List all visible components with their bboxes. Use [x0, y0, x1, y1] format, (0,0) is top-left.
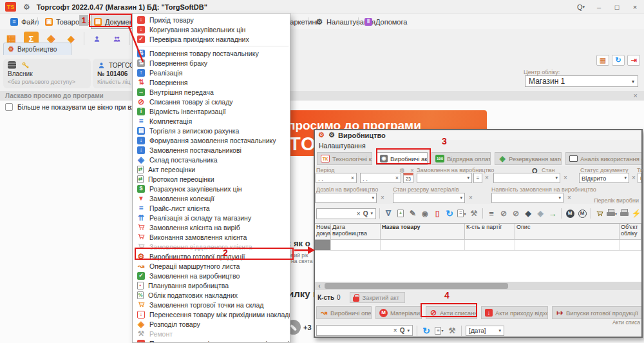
clear-icon[interactable]: × — [381, 194, 384, 201]
clear-icon[interactable]: × — [357, 210, 361, 217]
menu-item[interactable]: ↓Прихід товару — [133, 15, 290, 24]
edge-combo-fragment[interactable]: Н — [638, 173, 641, 183]
menu-item[interactable]: ▼Замовлення колекції — [133, 193, 290, 203]
clear-icon[interactable]: × — [395, 175, 399, 181]
clear-icon[interactable]: × — [485, 174, 489, 181]
menu-item[interactable]: ↓Перенесення товару між прихідними накла… — [133, 309, 290, 319]
refresh-button[interactable]: ↻ — [444, 208, 455, 219]
block-button[interactable]: ⊘ — [498, 208, 509, 219]
table-cell[interactable] — [465, 240, 515, 251]
menu-item[interactable]: ⚒Ремонт — [133, 329, 290, 338]
dialog-menu-settings[interactable]: Налаштування — [315, 140, 641, 151]
close-icon[interactable]: × — [634, 92, 638, 99]
dialog-tab[interactable]: ТКТехнологічні карти — [317, 152, 372, 165]
column-header[interactable]: Об'єкт обліку — [620, 224, 641, 240]
menu-item[interactable]: ≡Прайс-лист клієнта — [133, 203, 290, 213]
calendar-button[interactable]: 23 — [403, 173, 413, 183]
tools-wrench-button[interactable]: ⚒ — [447, 326, 457, 336]
menu-item[interactable]: ⚙Виробництво готової продукції — [133, 251, 290, 261]
menu-item[interactable]: ↓Замовлення постачальникові — [133, 145, 290, 155]
menu-item[interactable]: ↓Формування замовлення постачальнику — [133, 135, 290, 145]
menu-item[interactable]: ⇈Реалізація зі складу та магазину — [133, 213, 290, 222]
table-row[interactable] — [315, 240, 641, 251]
clear-icon[interactable]: × — [564, 174, 567, 181]
cart-button[interactable] — [594, 208, 605, 219]
edit-button[interactable]: ✎ — [408, 208, 418, 219]
tools-wrench-button[interactable]: ⚒ — [469, 208, 479, 219]
dialog-bottom-tab[interactable]: ↦Випуски готової продукції — [552, 306, 641, 319]
dialog-tab[interactable]: 100Відрядна оплата праці — [431, 152, 491, 165]
clients-button[interactable] — [109, 32, 124, 46]
menu-item[interactable]: ✓Перевірка прихідних накладних — [133, 34, 290, 44]
search-button[interactable]: Q▾ — [572, 0, 590, 14]
menu-item[interactable]: $Розрахунок закупівельних цін — [133, 184, 290, 193]
close-button[interactable]: × — [626, 0, 644, 14]
table-cell[interactable] — [331, 240, 381, 251]
menu-item[interactable]: ◈Склад постачальника — [133, 155, 290, 164]
center-of-accounting-select[interactable]: Магазин 1 ▾ — [525, 75, 638, 87]
menu-item[interactable]: ↓Коригування закупівельних цін — [133, 24, 290, 34]
refresh-button[interactable]: ↻ — [612, 55, 625, 66]
column-header[interactable]: Дата виробництва — [331, 224, 381, 240]
menu-item[interactable]: Замовлення клієнта на виріб — [133, 222, 290, 232]
menu-item[interactable]: ≡Комплектація — [133, 116, 290, 126]
column-header[interactable]: Назва товару — [381, 224, 465, 240]
menu-item[interactable]: ✓Замовлення на виробництво — [133, 271, 290, 280]
dialog-bottom-tab[interactable]: ↓Акти приходу відходів — [481, 306, 548, 319]
print-preview-button[interactable] — [619, 208, 629, 219]
clear-icon[interactable]: × — [469, 194, 473, 201]
order-presence-select[interactable]: ▾ — [491, 193, 564, 203]
search-icon[interactable]: Q — [400, 327, 405, 334]
date-to-input[interactable]: . . × — [360, 173, 401, 183]
chart-table-button[interactable]: ▦ — [596, 55, 609, 66]
tab-production[interactable]: ⚙ Виробництво — [3, 43, 71, 55]
export-document-button[interactable]: ≡▾ — [434, 326, 444, 336]
refresh-button[interactable]: ↻ — [421, 326, 431, 336]
layers-dark-button[interactable]: ◆ — [523, 208, 533, 219]
menubar-item-файл[interactable]: ≡Файл — [8, 14, 41, 29]
menu-item[interactable]: ▤Торгівля з випискою рахунка — [133, 126, 290, 135]
layers-add-button[interactable]: ◈ — [535, 208, 545, 219]
clear-icon[interactable]: × — [567, 194, 571, 201]
maximize-button[interactable]: □ — [608, 0, 626, 14]
menu-item[interactable]: ◈Розподіл товару — [133, 319, 290, 329]
closed-act-button[interactable]: Закритий акт — [350, 292, 405, 303]
table-cell[interactable] — [315, 240, 331, 251]
menu-item[interactable]: iВідомість інвентаризації — [133, 106, 290, 116]
clear-icon[interactable]: × — [351, 175, 354, 181]
clear-icon[interactable]: × — [393, 327, 397, 334]
block-move-button[interactable]: ⊘ — [511, 208, 521, 219]
clear-icon[interactable]: × — [632, 174, 636, 181]
checkbox[interactable] — [5, 103, 13, 111]
dialog-tab[interactable]: ◉Виробничі акти — [376, 152, 428, 165]
menu-item[interactable]: ⇅Повернення браку — [133, 58, 290, 68]
search-input[interactable]: ×Q▾ — [316, 208, 376, 219]
menu-item[interactable]: ⇅Повернення — [133, 77, 290, 87]
state-select[interactable]: ▾ — [493, 173, 560, 183]
dialog-bottom-tab[interactable]: ↝Виробничі операції — [316, 306, 372, 319]
document-status-select[interactable]: Відкрито ▾ — [579, 173, 629, 183]
delete-button[interactable]: ▯ — [432, 208, 442, 219]
scrollbar-thumb[interactable] — [325, 283, 508, 289]
menu-item[interactable]: Замовлення торгової точки на склад — [133, 300, 290, 309]
search-icon[interactable]: Q — [363, 210, 368, 217]
dialog-bottom-tab[interactable]: ⊘Акти списання — [426, 306, 477, 319]
export-document-button[interactable]: ≡▾ — [457, 208, 467, 219]
table-cell[interactable] — [381, 240, 465, 251]
horizontal-scrollbar[interactable]: ‹ — [315, 282, 641, 290]
menu-item[interactable]: %Облік податкових накладних — [133, 290, 290, 300]
column-header[interactable]: К-сть в партії — [465, 224, 515, 240]
date-filter-select[interactable]: [Дата]▾ — [466, 326, 504, 336]
owner-card[interactable]: Власник <без рольового доступу> — [3, 59, 91, 88]
print-button[interactable]: ▾ — [607, 208, 617, 219]
list-picker-button[interactable]: ≡ — [473, 173, 482, 183]
column-header[interactable]: Опис — [515, 224, 620, 240]
dialog-tab[interactable]: Аналіз використання о — [565, 152, 641, 165]
client-button[interactable] — [90, 32, 104, 46]
menu-item[interactable]: Замовлення віддаленого клієнта — [133, 242, 290, 251]
search-input[interactable]: ×Q▾ — [316, 325, 413, 336]
table-cell[interactable] — [620, 240, 641, 251]
material-reserve-select[interactable]: ▾ — [393, 193, 465, 203]
minimize-button[interactable]: – — [590, 0, 608, 14]
filter-button[interactable]: ∇ — [383, 208, 393, 219]
